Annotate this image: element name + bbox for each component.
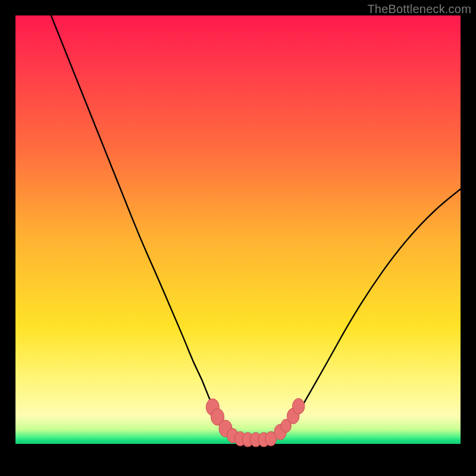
data-marker [293, 399, 305, 414]
curve-left [51, 15, 238, 439]
chart-svg [15, 15, 461, 461]
outer-frame: TheBottleneck.com [0, 0, 476, 476]
marker-group [206, 399, 305, 447]
watermark-text: TheBottleneck.com [367, 2, 471, 16]
